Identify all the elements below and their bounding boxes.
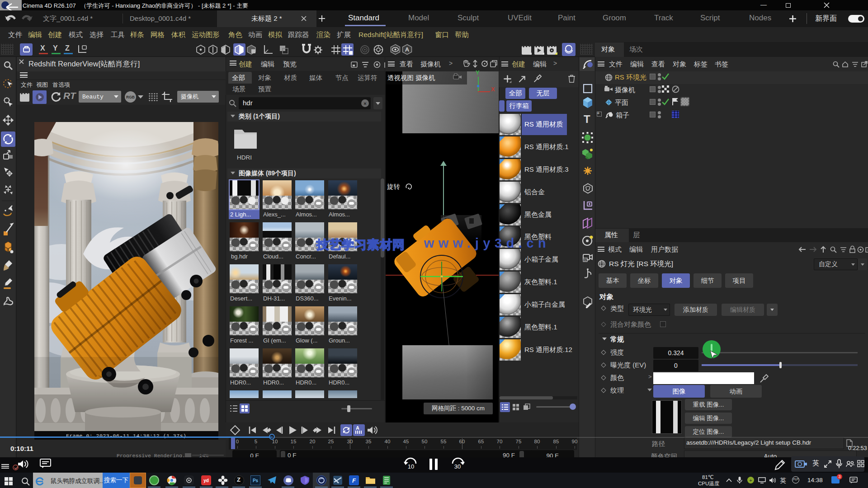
svg-text:30: 30 (454, 463, 461, 470)
svg-text:A: A (405, 46, 410, 53)
svg-text:10: 10 (408, 463, 414, 470)
svg-text:ST: ST (584, 258, 589, 262)
